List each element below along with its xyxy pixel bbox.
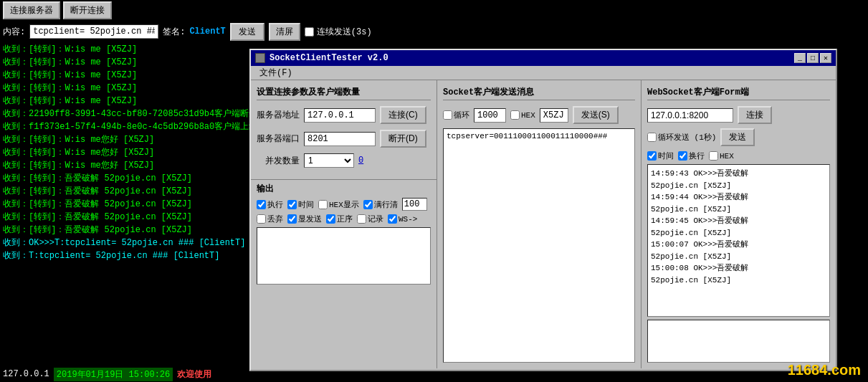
- ws-log-line: 14:59:45 OK>>>吾爱破解: [651, 215, 826, 227]
- cb-time-label[interactable]: 时间: [287, 199, 314, 210]
- alias-value: ClientT: [189, 27, 225, 37]
- cb-hex-display[interactable]: [318, 200, 328, 209]
- log-line: 收到：OK>>>T:tcpclient= 52pojie.cn ### [Cli…: [3, 237, 247, 249]
- right-panel: WebSocket客户端Form端 连接 循环发送 (1秒) 发送 时间 换行 …: [642, 80, 836, 368]
- clear-line-value[interactable]: [402, 198, 427, 211]
- mid-send-button[interactable]: 发送(S): [573, 106, 619, 124]
- ws-log-line: 52pojie.cn [X5ZJ]: [651, 274, 826, 287]
- log-line: 收到：[转到]：吾爱破解 52pojie.cn [X5ZJ]: [3, 198, 247, 211]
- loop-send-label[interactable]: 连续发送(3s): [305, 26, 372, 38]
- cb-order[interactable]: [326, 214, 335, 224]
- server-addr-input[interactable]: [304, 108, 376, 123]
- cb-discard[interactable]: [257, 214, 266, 224]
- ws-exec-label[interactable]: 换行: [678, 151, 705, 161]
- ws-loop-cb[interactable]: [647, 133, 657, 142]
- loop-value-input[interactable]: [474, 108, 506, 123]
- server-port-input[interactable]: [304, 132, 376, 146]
- socket-client-dialog: SocketClientTester v2.0 _ □ ✕ 文件(F) 设置连接…: [249, 49, 837, 371]
- ws-header: 连接: [647, 106, 830, 124]
- log-line: 收到：[转到]：W:is me [X5ZJ]: [3, 43, 247, 56]
- ws-options: 循环发送 (1秒) 发送: [647, 128, 830, 146]
- server-addr-label: 服务器地址: [257, 109, 300, 121]
- minimize-button[interactable]: _: [794, 53, 806, 63]
- cb-ws-label[interactable]: WS->: [388, 214, 417, 224]
- ws-send-button[interactable]: 发送: [720, 128, 755, 146]
- ws-time-cb[interactable]: [647, 151, 657, 161]
- cb-record-label[interactable]: 记录: [357, 214, 383, 224]
- alias-input[interactable]: [540, 108, 568, 123]
- maximize-button[interactable]: □: [807, 53, 819, 63]
- clear-button[interactable]: 清屏: [269, 23, 300, 41]
- log-line: 收到：[转到]：W:is me您好 [X5ZJ]: [3, 133, 247, 146]
- cb-time[interactable]: [287, 200, 297, 209]
- ws-log-line: 52pojie.cn [X5ZJ]: [651, 251, 826, 263]
- cb-hex-display-label[interactable]: HEX显示: [318, 199, 359, 210]
- ws-loop-label[interactable]: 循环发送 (1秒): [647, 132, 716, 143]
- output-textarea[interactable]: [257, 227, 431, 285]
- log-line: 收到：[转到]：W:is me [X5ZJ]: [3, 82, 247, 95]
- cb-discard-label[interactable]: 丢弃: [257, 214, 283, 224]
- watermark: 11684.com: [788, 362, 861, 378]
- output-title: 输出: [257, 183, 431, 195]
- loop-send-checkbox[interactable]: [305, 27, 314, 37]
- ws-exec-cb[interactable]: [678, 151, 687, 161]
- cb-hex-label[interactable]: HEX: [510, 110, 535, 120]
- dialog-body: 设置连接参数及客户端数量 服务器地址 连接(C) 服务器端口 断开(D) 并发数…: [251, 80, 836, 368]
- status-welcome: 欢迎使用: [177, 368, 211, 381]
- cb-loop-label[interactable]: 循环: [443, 110, 469, 120]
- cb-hex[interactable]: [510, 110, 520, 120]
- log-area[interactable]: 收到：[转到]：W:is me [X5ZJ] 收到：[转到]：W:is me […: [0, 42, 249, 366]
- cb-show-send[interactable]: [287, 214, 297, 224]
- dialog-menubar: 文件(F): [251, 66, 836, 80]
- cb-show-send-label[interactable]: 显发送: [287, 214, 322, 224]
- cb-clear-line-label[interactable]: 满行清: [363, 199, 398, 210]
- ws-log-line: 15:00:07 OK>>>吾爱破解: [651, 239, 826, 251]
- concurrent-row: 并发数量 1 0: [257, 153, 431, 168]
- ws-time-label[interactable]: 时间: [647, 151, 674, 161]
- output-options-row2: 丢弃 显发送 正序 记录 WS->: [257, 214, 431, 224]
- connect-button[interactable]: 连接(C): [380, 106, 426, 124]
- server-addr-row: 服务器地址 连接(C): [257, 106, 431, 124]
- log-line: 收到：[转到]：吾爱破解 52pojie.cn [X5ZJ]: [3, 185, 247, 198]
- content-input[interactable]: [29, 24, 158, 39]
- ws-addr-input[interactable]: [647, 108, 733, 123]
- content-label: 内容:: [3, 26, 25, 38]
- concurrent-link[interactable]: 0: [358, 156, 363, 166]
- close-button[interactable]: ✕: [820, 53, 831, 63]
- log-line: 收到：[转到]：吾爱破解 52pojie.cn [X5ZJ]: [3, 224, 247, 237]
- menu-file[interactable]: 文件(F): [254, 65, 298, 80]
- disconnect-dialog-button[interactable]: 断开(D): [380, 130, 426, 148]
- cb-order-label[interactable]: 正序: [326, 214, 353, 224]
- ws-log-area[interactable]: 14:59:43 OK>>>吾爱破解 52pojie.cn [X5ZJ] 14:…: [647, 164, 830, 317]
- concurrent-select[interactable]: 1: [304, 153, 354, 168]
- cb-exec-label[interactable]: 执行: [257, 199, 283, 210]
- ws-hex-cb[interactable]: [709, 151, 718, 161]
- log-line: 收到：[转到]：W:is me [X5ZJ]: [3, 95, 247, 108]
- toolbar: 连接服务器 断开连接: [0, 0, 868, 20]
- cb-ws[interactable]: [388, 214, 397, 224]
- server-port-label: 服务器端口: [257, 133, 300, 145]
- ws-hex-label[interactable]: HEX: [709, 151, 734, 161]
- cb-loop[interactable]: [443, 110, 452, 120]
- ws-connect-button[interactable]: 连接: [738, 106, 772, 124]
- connect-server-button[interactable]: 连接服务器: [3, 1, 60, 19]
- cb-clear-line[interactable]: [363, 200, 373, 209]
- send-button[interactable]: 发送: [230, 23, 264, 41]
- status-ip: 127.0.0.1: [3, 369, 49, 379]
- ws-log-line: 14:59:43 OK>>>吾爱破解: [651, 168, 826, 180]
- dialog-titlebar: SocketClientTester v2.0 _ □ ✕: [251, 50, 836, 66]
- output-options-row: 执行 时间 HEX显示 满行清: [257, 198, 431, 211]
- dialog-icon: [255, 53, 265, 63]
- connection-settings: 设置连接参数及客户端数量 服务器地址 连接(C) 服务器端口 断开(D) 并发数…: [251, 80, 437, 179]
- left-panel: 设置连接参数及客户端数量 服务器地址 连接(C) 服务器端口 断开(D) 并发数…: [251, 80, 437, 368]
- right-panel-title: WebSocket客户端Form端: [647, 86, 830, 100]
- send-textarea[interactable]: tcpserver=001110001100011110000###: [443, 128, 635, 363]
- cb-exec[interactable]: [257, 200, 266, 209]
- log-line: 收到：[转到]：W:is me您好 [X5ZJ]: [3, 146, 247, 159]
- connection-settings-title: 设置连接参数及客户端数量: [257, 86, 431, 100]
- cb-record[interactable]: [357, 214, 366, 224]
- send-header: 循环 HEX 发送(S): [443, 106, 635, 124]
- ws-send-area[interactable]: [647, 320, 830, 363]
- concurrent-label: 并发数量: [257, 155, 300, 167]
- disconnect-button[interactable]: 断开连接: [63, 1, 112, 19]
